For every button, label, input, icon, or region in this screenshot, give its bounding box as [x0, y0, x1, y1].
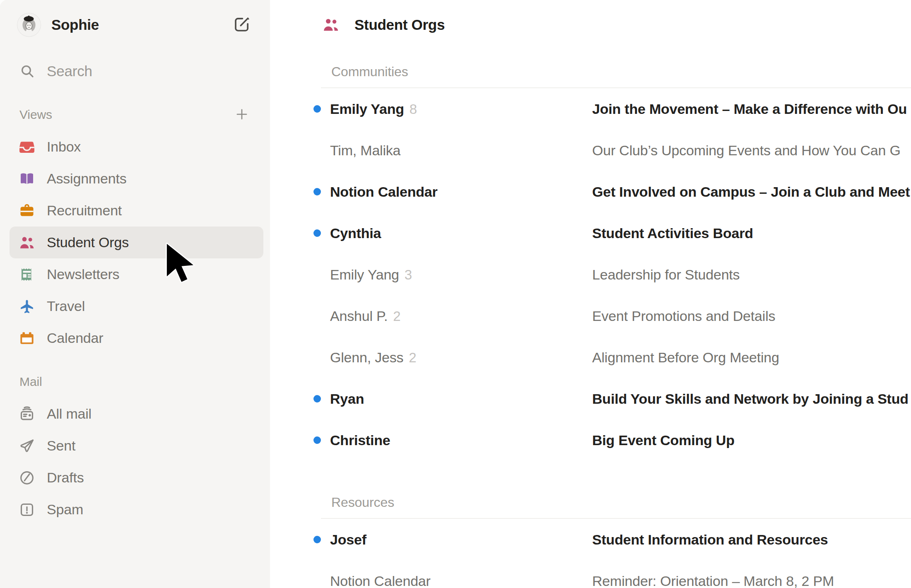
mail-list-item[interactable]: Anshul P.2 Event Promotions and Details: [270, 295, 911, 337]
sidebar-item-label: Newsletters: [47, 266, 119, 282]
briefcase-icon: [19, 202, 35, 219]
views-label: Views: [19, 108, 52, 122]
calendar-icon: [19, 330, 35, 347]
view-header: Student Orgs: [270, 0, 911, 50]
sidebar-item-travel[interactable]: Travel: [10, 290, 263, 322]
mail-subject: Student Activities Board: [592, 225, 911, 241]
mail-subject: Reminder: Orientation – March 8, 2 PM: [592, 573, 911, 588]
add-view-button[interactable]: [234, 106, 250, 123]
sidebar-item-label: Inbox: [47, 139, 81, 155]
mail-subject: Student Information and Resources: [592, 532, 911, 548]
search-icon: [19, 63, 35, 79]
mail-subject: Our Club’s Upcoming Events and How You C…: [592, 142, 911, 159]
mail-list-item[interactable]: Christine Big Event Coming Up: [270, 419, 911, 461]
sidebar-item-label: Spam: [47, 501, 83, 518]
mail-sender: Christine: [330, 432, 592, 448]
mail-list-panel: Student Orgs Communities Emily Yang8 Joi…: [270, 0, 911, 588]
drafts-icon: [19, 470, 35, 486]
thread-count: 8: [410, 101, 417, 117]
mail-list: All mail Sent: [0, 398, 270, 525]
mail-subject: Join the Movement – Make a Difference wi…: [592, 101, 911, 117]
inbox-icon: [19, 139, 35, 155]
sidebar-item-student-orgs[interactable]: Student Orgs: [10, 227, 263, 258]
search-label: Search: [47, 63, 92, 80]
mail-list-item[interactable]: Notion Calendar Reminder: Orientation – …: [270, 560, 911, 588]
search-row[interactable]: Search: [0, 59, 270, 84]
mail-list-item[interactable]: Emily Yang8 Join the Movement – Make a D…: [270, 88, 911, 130]
mail-sender: Ryan: [330, 391, 592, 407]
unread-dot: [313, 536, 321, 543]
mail-subject: Alignment Before Org Meeting: [592, 349, 911, 366]
mail-list-item[interactable]: Cynthia Student Activities Board: [270, 212, 911, 254]
mail-sender: Emily Yang3: [330, 267, 592, 283]
people-icon: [19, 234, 35, 251]
sidebar-item-label: Travel: [47, 298, 85, 314]
unread-dot: [313, 395, 321, 402]
sidebar-item-assignments[interactable]: Assignments: [10, 163, 263, 195]
mail-list-item[interactable]: Glenn, Jess2 Alignment Before Org Meetin…: [270, 337, 911, 378]
mail-subject: Event Promotions and Details: [592, 308, 911, 324]
mail-list-item[interactable]: Josef Student Information and Resources: [270, 519, 911, 560]
thread-count: 3: [405, 267, 412, 283]
sidebar: Sophie Search Views: [0, 0, 270, 588]
all-mail-icon: [19, 406, 35, 422]
mail-subject: Leadership for Students: [592, 267, 911, 283]
user-name: Sophie: [51, 17, 99, 33]
compose-button[interactable]: [232, 15, 252, 35]
mail-list-item[interactable]: Ryan Build Your Skills and Network by Jo…: [270, 378, 911, 419]
mail-sender: Notion Calendar: [330, 573, 592, 588]
mail-section-header: Mail: [0, 370, 270, 393]
spam-icon: [19, 501, 35, 518]
mail-label: Mail: [19, 375, 42, 389]
unread-dot: [313, 188, 321, 195]
app-window: Sophie Search Views: [0, 0, 911, 588]
sidebar-item-newsletters[interactable]: Newsletters: [10, 258, 263, 290]
sidebar-item-inbox[interactable]: Inbox: [10, 131, 263, 163]
mail-sender: Josef: [330, 532, 592, 548]
sidebar-item-label: Drafts: [47, 470, 84, 486]
sidebar-item-calendar[interactable]: Calendar: [10, 322, 263, 354]
mail-sender: Cynthia: [330, 225, 592, 241]
mail-list-item[interactable]: Tim, Malika Our Club’s Upcoming Events a…: [270, 130, 911, 171]
views-list: Inbox Assignments: [0, 131, 270, 354]
section-header-communities: Communities: [270, 60, 911, 83]
sidebar-item-label: Recruitment: [47, 202, 122, 219]
sidebar-item-drafts[interactable]: Drafts: [10, 462, 263, 494]
account-row: Sophie: [0, 12, 270, 37]
mail-subject: Big Event Coming Up: [592, 432, 911, 448]
unread-dot: [313, 436, 321, 444]
mail-sender: Anshul P.2: [330, 308, 592, 324]
unread-dot: [313, 105, 321, 113]
sidebar-item-all-mail[interactable]: All mail: [10, 398, 263, 430]
sidebar-item-recruitment[interactable]: Recruitment: [10, 195, 263, 227]
thread-count: 2: [393, 308, 400, 324]
mail-list-item[interactable]: Emily Yang3 Leadership for Students: [270, 254, 911, 295]
section-header-resources: Resources: [270, 491, 911, 514]
sidebar-item-label: Calendar: [47, 330, 103, 346]
people-icon: [322, 16, 340, 34]
mail-sender: Glenn, Jess2: [330, 349, 592, 366]
sidebar-item-label: Student Orgs: [47, 234, 129, 251]
plus-icon: [234, 106, 250, 123]
mail-sender: Emily Yang8: [330, 101, 592, 117]
avatar[interactable]: [17, 13, 41, 36]
sidebar-item-sent[interactable]: Sent: [10, 430, 263, 462]
sidebar-item-label: All mail: [47, 406, 92, 422]
book-icon: [19, 171, 35, 187]
unread-dot: [313, 229, 321, 237]
mail-sender: Tim, Malika: [330, 142, 592, 159]
thread-count: 2: [409, 350, 416, 366]
airplane-icon: [19, 298, 35, 315]
views-section-header: Views: [0, 103, 270, 126]
mail-subject: Get Involved on Campus – Join a Club and…: [592, 184, 911, 200]
newsletter-icon: [19, 266, 35, 283]
mail-subject: Build Your Skills and Network by Joining…: [592, 391, 911, 407]
sidebar-item-label: Assignments: [47, 171, 126, 187]
page-title: Student Orgs: [354, 17, 445, 33]
sidebar-item-spam[interactable]: Spam: [10, 494, 263, 525]
mail-sender: Notion Calendar: [330, 184, 592, 200]
sent-icon: [19, 438, 35, 454]
compose-icon: [232, 15, 251, 35]
mail-list-item[interactable]: Notion Calendar Get Involved on Campus –…: [270, 171, 911, 212]
sidebar-item-label: Sent: [47, 438, 75, 454]
